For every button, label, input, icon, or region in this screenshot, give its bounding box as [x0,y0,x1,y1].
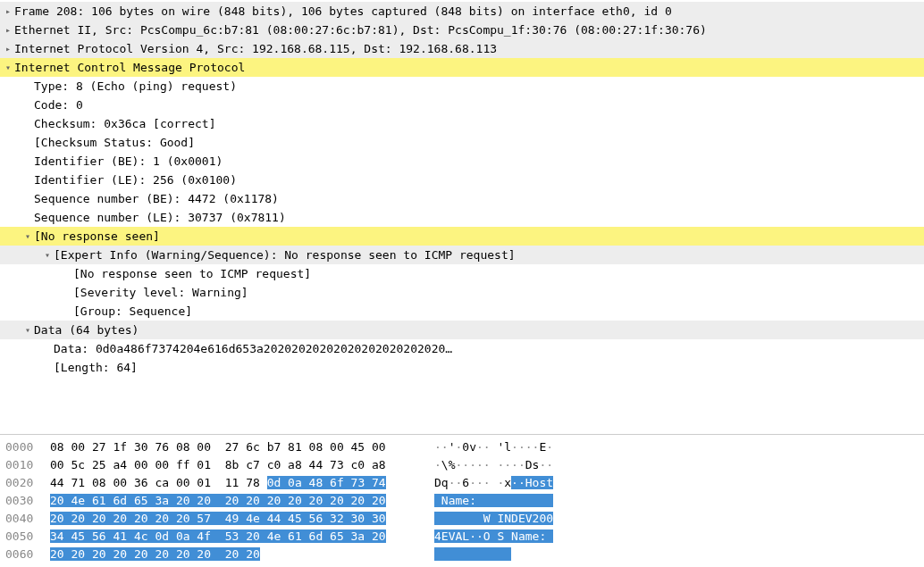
hex-ascii-segment[interactable]: ·· [449,476,463,489]
hex-ascii-segment[interactable]: ···· [511,440,539,454]
hex-row[interactable]: 002044 71 08 00 36 ca 00 01 11 78 0d 0a … [5,474,919,492]
collapse-arrow-icon[interactable]: ▾ [21,321,34,339]
tree-row-expert-info[interactable]: ▾ [Expert Info (Warning/Sequence): No re… [0,246,924,264]
hex-ascii-segment[interactable]: O S Name: [483,529,553,543]
tree-row-expert-detail-3[interactable]: ▸ [Group: Sequence] [0,302,924,321]
tree-row-expert-detail-1[interactable]: ▸ [No response seen to ICMP request] [0,264,924,283]
tree-row-ipv4[interactable]: ▸ Internet Protocol Version 4, Src: 192.… [0,39,924,58]
hex-ascii[interactable]: W INDEV200 [434,510,613,528]
hex-ascii-segment[interactable]: · [434,458,441,471]
tree-row-data-value[interactable]: ▸ Data: 0d0a486f7374204e616d653a20202020… [0,339,924,358]
hex-ascii-segment[interactable]: · [546,440,553,454]
tree-row-icmp-seq-be[interactable]: ▸ Sequence number (BE): 4472 (0x1178) [0,189,924,208]
hex-byte-segment[interactable]: 34 45 56 41 4c 0d 0a 4f 53 20 4e 61 6d 6… [50,529,386,543]
hex-ascii-segment[interactable]: Host [525,476,553,489]
icmp-id-le-value: Identifier (LE): 256 (0x0100) [34,171,237,189]
hex-row[interactable]: 001000 5c 25 a4 00 00 ff 01 8b c7 c0 a8 … [5,456,919,474]
expand-arrow-icon[interactable]: ▸ [2,39,14,58]
packet-bytes-pane[interactable]: 000008 00 27 1f 30 76 08 00 27 6c b7 81 … [0,434,924,567]
hex-ascii[interactable]: Name: [434,492,613,510]
hex-ascii-segment[interactable]: ·· [434,440,449,454]
hex-row[interactable]: 005034 45 56 41 4c 0d 0a 4f 53 20 4e 61 … [5,528,919,546]
hex-byte-segment[interactable]: 0d 0a 48 6f 73 74 [267,476,386,489]
no-response-label: [No response seen] [34,227,160,246]
icmp-checksum-value: Checksum: 0x36ca [correct] [34,114,216,133]
hex-ascii[interactable]: ··'·0v·· 'l····E· [434,438,613,456]
hex-ascii-segment[interactable]: ·· [539,458,553,471]
data-length-value: [Length: 64] [54,358,138,377]
tree-row-expert-detail-2[interactable]: ▸ [Severity level: Warning] [0,283,924,302]
ipv4-summary: Internet Protocol Version 4, Src: 192.16… [14,39,497,58]
hex-byte-segment[interactable]: 00 5c 25 a4 00 00 ff 01 8b c7 c0 a8 44 7… [50,458,386,471]
tree-row-no-response[interactable]: ▾ [No response seen] [0,227,924,246]
hex-ascii[interactable]: Dq··6··· ·x··Host [434,474,613,492]
hex-offset: 0040 [5,510,50,528]
hex-byte-segment[interactable]: 20 20 20 20 20 20 20 20 20 20 [50,547,260,561]
hex-byte-segment[interactable]: 44 71 08 00 36 ca 00 01 11 78 [50,476,267,489]
frame-summary: Frame 208: 106 bytes on wire (848 bits),… [14,2,672,21]
tree-row-icmp-code[interactable]: ▸ Code: 0 [0,96,924,114]
hex-ascii-segment[interactable]: ·· [511,476,525,489]
icmp-summary: Internet Control Message Protocol [14,58,245,77]
tree-row-data[interactable]: ▾ Data (64 bytes) [0,321,924,339]
hex-ascii-segment[interactable]: ··· · [469,476,504,489]
hex-ascii-segment[interactable]: 'l [497,440,511,454]
tree-row-icmp[interactable]: ▾ Internet Control Message Protocol [0,58,924,77]
hex-bytes[interactable]: 44 71 08 00 36 ca 00 01 11 78 0d 0a 48 6… [50,474,434,492]
hex-ascii-segment[interactable]: x [504,476,511,489]
hex-bytes[interactable]: 34 45 56 41 4c 0d 0a 4f 53 20 4e 61 6d 6… [50,528,434,546]
icmp-seq-le-value: Sequence number (LE): 30737 (0x7811) [34,208,286,227]
hex-offset: 0020 [5,474,50,492]
hex-offset: 0060 [5,546,50,563]
data-summary: Data (64 bytes) [34,321,139,339]
expand-arrow-icon[interactable]: ▸ [2,2,14,21]
hex-ascii-segment[interactable] [434,547,511,561]
expand-arrow-icon[interactable]: ▸ [2,21,14,39]
tree-row-icmp-id-be[interactable]: ▸ Identifier (BE): 1 (0x0001) [0,152,924,171]
hex-byte-segment[interactable]: 08 00 27 1f 30 76 08 00 27 6c b7 81 08 0… [50,440,386,454]
hex-ascii-segment[interactable]: ·· [476,440,497,454]
hex-bytes[interactable]: 00 5c 25 a4 00 00 ff 01 8b c7 c0 a8 44 7… [50,456,434,474]
hex-ascii-segment[interactable]: 0v [462,440,476,454]
packet-details-pane[interactable]: ▸ Frame 208: 106 bytes on wire (848 bits… [0,0,924,434]
collapse-arrow-icon[interactable]: ▾ [41,246,54,264]
collapse-arrow-icon[interactable]: ▾ [2,58,14,77]
hex-ascii-segment[interactable]: Ds [525,458,540,471]
hex-bytes[interactable]: 20 20 20 20 20 20 20 20 20 20 [50,546,434,563]
tree-row-frame[interactable]: ▸ Frame 208: 106 bytes on wire (848 bits… [0,2,924,21]
hex-row[interactable]: 000008 00 27 1f 30 76 08 00 27 6c b7 81 … [5,438,919,456]
hex-byte-segment[interactable]: 20 4e 61 6d 65 3a 20 20 20 20 20 20 20 2… [50,494,386,507]
expert-group-value: [Group: Sequence] [73,302,192,321]
hex-row[interactable]: 006020 20 20 20 20 20 20 20 20 20 [5,546,919,563]
tree-row-icmp-id-le[interactable]: ▸ Identifier (LE): 256 (0x0100) [0,171,924,189]
expert-severity-value: [Severity level: Warning] [73,283,248,302]
hex-ascii-segment[interactable]: W INDEV200 [434,512,553,525]
hex-ascii-segment[interactable]: 6 [462,476,469,489]
hex-bytes[interactable]: 08 00 27 1f 30 76 08 00 27 6c b7 81 08 0… [50,438,434,456]
hex-bytes[interactable]: 20 20 20 20 20 20 20 57 49 4e 44 45 56 3… [50,510,434,528]
hex-ascii[interactable] [434,546,613,563]
hex-offset: 0030 [5,492,50,510]
hex-byte-segment[interactable]: 20 20 20 20 20 20 20 57 49 4e 44 45 56 3… [50,512,386,525]
hex-ascii-segment[interactable]: ····· ···· [455,458,525,471]
icmp-seq-be-value: Sequence number (BE): 4472 (0x1178) [34,189,279,208]
icmp-id-be-value: Identifier (BE): 1 (0x0001) [34,152,223,171]
hex-ascii-segment[interactable]: 4EVAL [434,529,469,543]
hex-ascii-segment[interactable]: Name: [434,494,553,507]
hex-row[interactable]: 004020 20 20 20 20 20 20 57 49 4e 44 45 … [5,510,919,528]
hex-ascii[interactable]: ·\%····· ····Ds·· [434,456,613,474]
hex-ascii-segment[interactable]: ·· [469,529,483,543]
tree-row-ethernet[interactable]: ▸ Ethernet II, Src: PcsCompu_6c:b7:81 (0… [0,21,924,39]
tree-row-data-length[interactable]: ▸ [Length: 64] [0,358,924,377]
collapse-arrow-icon[interactable]: ▾ [21,227,34,246]
tree-row-icmp-checksum[interactable]: ▸ Checksum: 0x36ca [correct] [0,114,924,133]
tree-row-icmp-seq-le[interactable]: ▸ Sequence number (LE): 30737 (0x7811) [0,208,924,227]
hex-ascii-segment[interactable]: \% [441,458,456,471]
hex-bytes[interactable]: 20 4e 61 6d 65 3a 20 20 20 20 20 20 20 2… [50,492,434,510]
hex-ascii-segment[interactable]: Dq [434,476,449,489]
hex-ascii[interactable]: 4EVAL··O S Name: [434,528,613,546]
hex-row[interactable]: 003020 4e 61 6d 65 3a 20 20 20 20 20 20 … [5,492,919,510]
hex-offset: 0050 [5,528,50,546]
tree-row-icmp-checksum-status[interactable]: ▸ [Checksum Status: Good] [0,133,924,152]
tree-row-icmp-type[interactable]: ▸ Type: 8 (Echo (ping) request) [0,77,924,96]
